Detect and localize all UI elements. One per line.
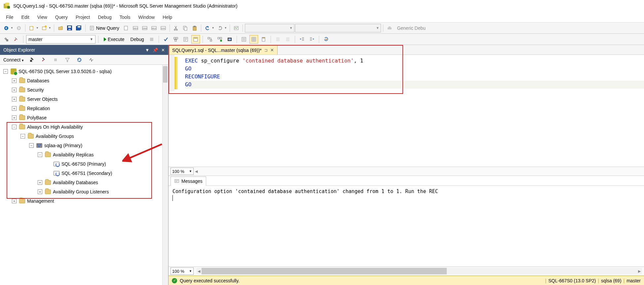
tree-ag-listeners[interactable]: +Availability Group Listeners [2,187,168,196]
tree-replication[interactable]: +Replication [2,104,168,113]
disconnect-icon[interactable] [39,56,48,64]
redo-icon[interactable] [216,24,224,32]
collapse-icon[interactable]: − [3,69,8,74]
parse-icon[interactable] [162,35,170,44]
refresh-icon[interactable] [75,56,84,64]
collapse-icon[interactable]: − [12,125,17,129]
increase-indent-icon[interactable] [308,35,316,44]
actual-plan-icon[interactable] [206,35,214,44]
database-combo[interactable]: master ▼ [26,35,95,44]
dropdown-icon[interactable]: ▼ [145,48,149,53]
expand-icon[interactable]: + [12,97,17,102]
script-icon[interactable] [122,24,131,32]
zoom-combo[interactable]: 100 %▼ [170,168,194,175]
tree-availability-groups[interactable]: −Availability Groups [2,132,168,141]
new-query-button[interactable]: New Query [88,25,121,31]
results-text-icon[interactable] [240,35,248,44]
collapse-icon[interactable]: − [29,143,34,148]
tree-replica-secondary[interactable]: SQL-667S1 (Secondary) [2,169,168,178]
expand-icon[interactable]: + [38,180,42,185]
pin-icon[interactable]: 📌 [153,48,158,53]
expand-icon[interactable]: + [38,189,42,194]
execute-button[interactable]: Execute [101,35,127,44]
expand-icon[interactable]: + [12,88,17,92]
xmla-icon[interactable]: XMLA [150,24,158,32]
menu-help[interactable]: Help [163,15,172,20]
tree-server-node[interactable]: − SQL-667S0 (SQL Server 13.0.5026.0 - sq… [2,67,168,76]
nav-back-icon[interactable] [2,24,11,32]
messages-tab[interactable]: Messages [170,177,206,186]
estimated-plan-icon[interactable] [171,35,180,44]
close-icon[interactable]: ✕ [161,48,165,53]
tree-always-on[interactable]: −Always On High Availability [2,122,168,132]
tree-ag-instance[interactable]: −sqlaa-ag (Primary) [2,141,168,150]
new-project-icon[interactable] [40,24,49,32]
live-stats-icon[interactable] [215,35,224,44]
sql-editor[interactable]: EXEC sp_configure 'contained database au… [169,55,644,91]
connect-icon[interactable] [27,56,36,64]
expand-icon[interactable]: + [12,199,17,203]
save-icon[interactable] [65,24,74,32]
menu-debug[interactable]: Debug [98,15,111,20]
expand-icon[interactable]: + [12,78,17,83]
document-tab[interactable]: SQLQuery1.sql - SQL...master (sqlsa (69)… [169,45,278,55]
menu-project[interactable]: Project [76,15,90,20]
intellisense-icon[interactable] [191,35,200,44]
results-file-icon[interactable] [259,35,268,44]
undo-icon[interactable] [203,24,212,32]
specify-values-icon[interactable] [322,35,330,44]
filter-icon[interactable] [63,56,72,64]
save-all-icon[interactable] [75,24,83,32]
expand-icon[interactable]: + [12,115,17,120]
mdx-icon[interactable]: MDX [131,24,140,32]
solution-combo[interactable]: ▼ [245,24,294,32]
results-grid-icon[interactable] [249,35,258,44]
change-connection-icon[interactable] [12,35,20,44]
tree-management[interactable]: +Management [2,196,168,206]
menu-file[interactable]: File [6,15,14,20]
horizontal-scrollbar[interactable]: ◀ ▶ [196,268,642,274]
menu-tools[interactable]: Tools [120,15,131,20]
messages-body[interactable]: Configuration option 'contained database… [169,186,644,266]
menu-window[interactable]: Window [138,15,155,20]
paste-icon[interactable] [190,24,199,32]
connect-dropdown[interactable]: Connect▼ [3,57,24,62]
scrollbar[interactable] [162,65,168,285]
debug-button[interactable]: Debug [129,37,146,42]
uncomment-icon[interactable] [284,35,292,44]
menu-edit[interactable]: Edit [21,15,29,20]
client-stats-icon[interactable] [225,35,234,44]
scroll-left-icon[interactable]: ◀ [195,169,198,174]
dmx-icon[interactable]: DMX [140,24,149,32]
menu-query[interactable]: Query [55,15,68,20]
decrease-indent-icon[interactable] [298,35,306,44]
tree-replica-primary[interactable]: SQL-667S0 (Primary) [2,159,168,169]
dropdown-icon[interactable]: ▼ [11,26,13,29]
find-combo[interactable]: ▼ [295,24,381,32]
pin-icon[interactable]: ⊐ [264,48,268,53]
query-options-icon[interactable] [181,35,190,44]
new-item-icon[interactable] [27,24,36,32]
connection-icon[interactable] [2,35,11,44]
object-explorer-tree[interactable]: − SQL-667S0 (SQL Server 13.0.5026.0 - sq… [0,65,168,285]
open-icon[interactable] [56,24,65,32]
tree-replicas[interactable]: −Availability Replicas [2,150,168,159]
expand-icon[interactable]: + [12,106,17,111]
close-icon[interactable]: ✕ [270,48,274,53]
collapse-icon[interactable]: − [38,152,42,157]
tree-databases[interactable]: +Databases [2,76,168,85]
zoom-combo[interactable]: 100 %▼ [170,267,194,275]
tree-polybase[interactable]: +PolyBase [2,113,168,122]
activity-icon[interactable] [87,56,95,64]
dax-icon[interactable]: DAX [159,24,168,32]
tree-server-objects[interactable]: +Server Objects [2,95,168,104]
activity-monitor-icon[interactable] [232,24,241,32]
copy-icon[interactable] [181,24,190,32]
tree-availability-databases[interactable]: +Availability Databases [2,178,168,187]
menu-view[interactable]: View [37,15,47,20]
nav-fwd-icon[interactable] [15,24,23,32]
cut-icon[interactable] [172,24,180,32]
comment-icon[interactable] [274,35,282,44]
collapse-icon[interactable]: − [20,134,25,139]
tree-security[interactable]: +Security [2,85,168,95]
